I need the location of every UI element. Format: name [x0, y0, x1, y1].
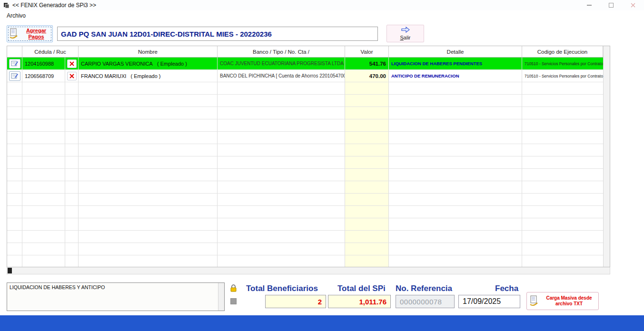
detalle-cell — [389, 132, 522, 144]
cedula-cell — [22, 156, 65, 168]
table-row[interactable] — [7, 95, 603, 107]
table-row[interactable] — [7, 107, 603, 119]
banco-cell — [218, 194, 345, 205]
banco-cell — [218, 82, 345, 94]
nombre-cell — [79, 206, 218, 218]
codigo-cell — [522, 194, 603, 205]
nombre-cell — [79, 243, 218, 255]
table-row[interactable] — [7, 243, 603, 255]
detalle-cell — [389, 206, 522, 218]
banco-cell — [218, 107, 345, 119]
payments-grid: Cédula / Ruc Nombre Banco / Tipo / No. C… — [7, 46, 610, 267]
codigo-cell: 710510 - Servicios Personales por Contra… — [522, 58, 603, 69]
nombre-cell — [79, 181, 218, 193]
table-row[interactable] — [7, 119, 603, 132]
table-row[interactable] — [7, 132, 603, 144]
delete-cell — [65, 119, 79, 131]
banco-cell — [218, 181, 345, 193]
nombre-cell: FRANCO MARIUXI ( Empleado ) — [79, 70, 218, 82]
delete-x-icon — [69, 61, 74, 66]
valor-cell — [345, 169, 389, 181]
banco-cell: COAC JUVENTUD ECUATORIANA PROGRESISTA LT… — [218, 58, 345, 69]
col-valor: Valor — [345, 46, 389, 57]
table-row[interactable] — [7, 194, 603, 206]
window-controls — [578, 0, 644, 10]
detalle-cell — [389, 255, 522, 267]
nombre-cell — [79, 119, 218, 131]
agregar-pagos-button[interactable]: Agregar Pagos — [7, 25, 53, 42]
delete-cell — [65, 255, 79, 267]
codigo-cell — [522, 218, 603, 230]
cedula-cell: 1206568709 — [22, 70, 65, 82]
nombre-cell — [79, 218, 218, 230]
minimize-button[interactable] — [578, 0, 600, 10]
table-row[interactable] — [7, 206, 603, 218]
banco-cell — [218, 218, 345, 230]
descripcion-input[interactable]: LIQUIDACION DE HABERES Y ANTICIPO — [7, 283, 218, 311]
cedula-cell — [22, 243, 65, 255]
menu-archivo[interactable]: Archivo — [4, 11, 29, 20]
cedula-cell — [22, 132, 65, 144]
valor-cell — [345, 243, 389, 255]
delete-cell — [65, 243, 79, 255]
cedula-cell: 1204160988 — [22, 58, 65, 69]
table-row[interactable]: 1206568709 FRANCO MARIUXI ( Empleado ) B… — [7, 70, 603, 82]
table-row[interactable] — [7, 231, 603, 243]
carga-masiva-button[interactable]: Carga Masiva desde archivo TXT — [526, 292, 599, 310]
valor-cell — [345, 156, 389, 168]
edit-cell — [7, 255, 22, 267]
fecha-value[interactable]: 17/09/2025 — [458, 295, 520, 308]
edit-row-button[interactable] — [9, 71, 20, 81]
total-beneficiarios-value: 2 — [265, 295, 326, 308]
nombre-cell — [79, 231, 218, 243]
maximize-button[interactable] — [600, 0, 622, 10]
delete-cell — [65, 156, 79, 168]
valor-cell — [345, 218, 389, 230]
horizontal-scrollbar-thumb[interactable] — [8, 268, 12, 273]
valor-cell — [345, 231, 389, 243]
delete-row-button[interactable] — [67, 59, 77, 68]
table-row[interactable] — [7, 169, 603, 181]
edit-cell — [7, 132, 22, 144]
cedula-cell — [22, 194, 65, 205]
delete-cell — [65, 132, 79, 144]
nombre-cell — [79, 156, 218, 168]
edit-cell — [7, 70, 22, 82]
header-title-input[interactable] — [57, 27, 378, 41]
banco-cell — [218, 255, 345, 267]
edit-cell — [7, 181, 22, 193]
delete-cell — [65, 218, 79, 230]
detalle-cell — [389, 144, 522, 156]
table-row[interactable] — [7, 144, 603, 156]
table-row[interactable]: 1204160988 CARPIO VARGAS VERONICA ( Empl… — [7, 58, 603, 70]
edit-cell — [7, 231, 22, 243]
close-button[interactable] — [622, 0, 644, 10]
table-row[interactable] — [7, 82, 603, 95]
valor-cell — [345, 194, 389, 205]
banco-cell: BANCO DEL PICHINCHA [ Cuenta de Ahorros … — [218, 70, 345, 82]
table-row[interactable] — [7, 156, 603, 169]
edit-cell — [7, 156, 22, 168]
table-row[interactable] — [7, 181, 603, 194]
banco-cell — [218, 206, 345, 218]
codigo-cell — [522, 231, 603, 243]
valor-cell — [345, 132, 389, 144]
horizontal-scrollbar[interactable] — [7, 267, 610, 274]
nombre-cell — [79, 132, 218, 144]
table-row[interactable] — [7, 218, 603, 231]
table-row[interactable] — [7, 255, 603, 267]
nombre-cell — [79, 107, 218, 119]
delete-cell — [65, 144, 79, 156]
descripcion-scrollbar[interactable] — [218, 283, 224, 311]
banco-cell — [218, 156, 345, 168]
valor-cell — [345, 255, 389, 267]
cedula-cell — [22, 95, 65, 107]
salir-button[interactable]: Salir — [386, 25, 424, 42]
vertical-scrollbar[interactable] — [603, 46, 610, 267]
edit-row-button[interactable] — [9, 59, 20, 68]
detalle-cell — [389, 194, 522, 205]
codigo-cell — [522, 181, 603, 193]
nombre-cell — [79, 82, 218, 94]
delete-row-button[interactable] — [67, 72, 77, 80]
detalle-cell — [389, 119, 522, 131]
